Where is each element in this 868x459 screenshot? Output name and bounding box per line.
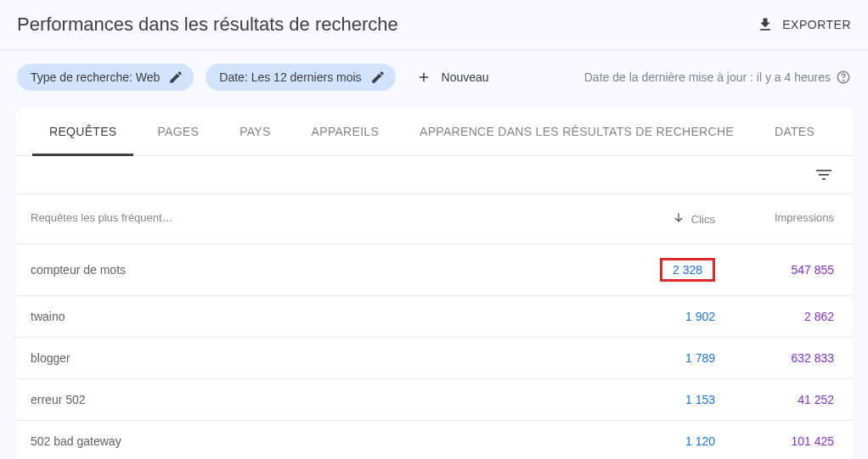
- page-title: Performances dans les résultats de reche…: [17, 14, 398, 36]
- row-impressions: 101 425: [715, 434, 834, 448]
- row-query: blogger: [31, 351, 579, 365]
- tab-pages[interactable]: PAGES: [157, 108, 199, 155]
- last-update-label: Date de la dernière mise à jour : il y a…: [584, 70, 831, 84]
- row-clicks: 2 328: [579, 258, 715, 282]
- row-clicks: 1 789: [579, 351, 715, 365]
- row-clicks: 1 153: [579, 393, 715, 406]
- filter-icon[interactable]: [814, 165, 834, 185]
- arrow-down-icon: [671, 211, 686, 227]
- row-impressions: 547 855: [715, 263, 834, 277]
- table-row[interactable]: blogger1 789632 833: [15, 338, 853, 379]
- tab-requetes[interactable]: REQUÊTES: [49, 108, 116, 155]
- filter-chip-search-type[interactable]: Type de recherche: Web: [17, 64, 194, 91]
- tab-pays[interactable]: PAYS: [240, 108, 270, 155]
- divider: [0, 49, 868, 50]
- row-clicks: 1 120: [579, 434, 715, 448]
- header-query[interactable]: Requêtes les plus fréquent…: [31, 211, 579, 227]
- table-body: compteur de mots2 328547 855twaino1 9022…: [15, 244, 853, 459]
- table-row[interactable]: erreur 5021 15341 252: [15, 379, 853, 421]
- pencil-icon: [370, 70, 386, 85]
- download-icon: [757, 16, 774, 33]
- tab-apparence[interactable]: APPARENCE DANS LES RÉSULTATS DE RECHERCH…: [420, 108, 734, 155]
- header-clicks-label: Clics: [691, 213, 715, 226]
- filter-chip-date[interactable]: Date: Les 12 derniers mois: [206, 64, 395, 91]
- tab-dates[interactable]: DATES: [775, 108, 814, 155]
- highlight-box: 2 328: [660, 258, 715, 282]
- tabs-bar: REQUÊTES PAGES PAYS APPAREILS APPARENCE …: [15, 108, 853, 156]
- row-query: compteur de mots: [31, 263, 579, 277]
- plus-icon: [416, 70, 431, 85]
- tab-appareils[interactable]: APPAREILS: [312, 108, 379, 155]
- add-filter-button[interactable]: Nouveau: [416, 70, 489, 85]
- export-button[interactable]: EXPORTER: [757, 16, 851, 33]
- filters-left: Type de recherche: Web Date: Les 12 dern…: [17, 64, 489, 91]
- row-query: 502 bad gateway: [31, 434, 579, 448]
- filters-row: Type de recherche: Web Date: Les 12 dern…: [0, 64, 868, 108]
- export-label: EXPORTER: [782, 18, 851, 31]
- row-impressions: 632 833: [715, 351, 834, 365]
- row-impressions: 2 862: [715, 310, 834, 323]
- chip-label: Date: Les 12 derniers mois: [219, 70, 361, 84]
- row-impressions: 41 252: [715, 393, 834, 406]
- table-filter-row: [15, 156, 853, 194]
- header-impressions[interactable]: Impressions: [715, 211, 834, 227]
- pencil-icon: [168, 70, 183, 85]
- table-header: Requêtes les plus fréquent… Clics Impres…: [15, 194, 853, 244]
- chip-label: Type de recherche: Web: [31, 70, 160, 84]
- table-row[interactable]: 502 bad gateway1 120101 425: [15, 421, 853, 459]
- last-update-text: Date de la dernière mise à jour : il y a…: [584, 70, 851, 85]
- table-row[interactable]: compteur de mots2 328547 855: [15, 244, 853, 296]
- header-clicks[interactable]: Clics: [579, 211, 715, 227]
- add-filter-label: Nouveau: [442, 70, 489, 84]
- row-query: twaino: [31, 310, 579, 323]
- data-card: REQUÊTES PAGES PAYS APPAREILS APPARENCE …: [15, 108, 853, 459]
- table-row[interactable]: twaino1 9022 862: [15, 296, 853, 338]
- row-query: erreur 502: [31, 393, 579, 406]
- help-icon[interactable]: [836, 70, 851, 85]
- row-clicks: 1 902: [579, 310, 715, 323]
- svg-point-1: [843, 80, 844, 81]
- page-header: Performances dans les résultats de reche…: [0, 0, 868, 49]
